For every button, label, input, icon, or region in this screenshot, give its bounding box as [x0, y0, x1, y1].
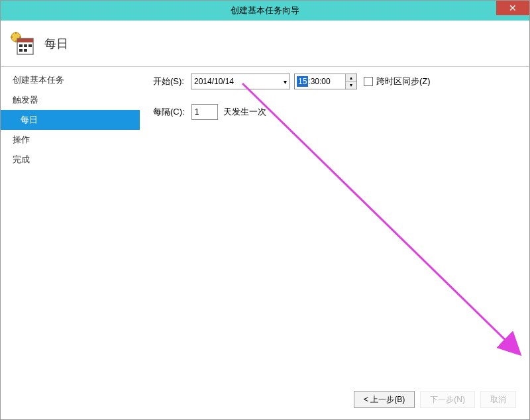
close-icon: ✕	[509, 3, 517, 13]
interval-unit: 天发生一次	[223, 106, 266, 118]
interval-row: 每隔(C): 1 天发生一次	[153, 104, 516, 120]
header-section: 每日	[1, 21, 529, 67]
content-area: 开始(S): 2014/10/14 ▾ 15 :30:00 ▲ ▼ 跨时区同步(…	[140, 67, 529, 380]
spinner-down-icon[interactable]: ▼	[346, 82, 356, 89]
svg-rect-3	[11, 36, 13, 38]
page-title: 每日	[44, 36, 68, 52]
next-button[interactable]: 下一步(N)	[420, 391, 475, 408]
sidebar-item-trigger[interactable]: 触发器	[1, 90, 140, 110]
svg-rect-8	[24, 44, 27, 47]
svg-rect-10	[19, 49, 23, 52]
interval-value: 1	[195, 107, 199, 117]
sidebar-item-create-task[interactable]: 创建基本任务	[1, 70, 140, 90]
svg-rect-7	[19, 44, 23, 47]
interval-label: 每隔(C):	[153, 106, 185, 118]
svg-rect-9	[28, 44, 32, 47]
back-button[interactable]: < 上一步(B)	[354, 391, 415, 408]
cancel-button[interactable]: 取消	[480, 391, 516, 408]
time-spinner: ▲ ▼	[345, 74, 356, 89]
spinner-up-icon[interactable]: ▲	[346, 74, 356, 82]
window-title: 创建基本任务向导	[231, 5, 299, 17]
start-row: 开始(S): 2014/10/14 ▾ 15 :30:00 ▲ ▼ 跨时区同步(…	[153, 74, 516, 89]
next-button-label: 下一步(N)	[430, 394, 465, 405]
chevron-down-icon: ▾	[284, 78, 287, 85]
svg-rect-6	[17, 38, 33, 42]
svg-rect-1	[15, 32, 17, 34]
calendar-icon	[11, 32, 34, 56]
svg-line-13	[242, 83, 517, 352]
close-button[interactable]: ✕	[496, 1, 529, 15]
sidebar-item-daily[interactable]: 每日	[1, 110, 140, 130]
footer: < 上一步(B) 下一步(N) 取消	[1, 380, 529, 419]
titlebar: 创建基本任务向导 ✕	[1, 1, 529, 21]
svg-rect-11	[24, 49, 27, 52]
time-input[interactable]: 15 :30:00 ▲ ▼	[294, 74, 357, 89]
sidebar-item-finish[interactable]: 完成	[1, 150, 140, 170]
svg-rect-2	[15, 40, 17, 42]
arrow-annotation-icon	[239, 80, 530, 365]
date-value: 2014/10/14	[194, 77, 234, 86]
back-button-label: < 上一步(B)	[364, 394, 405, 405]
interval-input[interactable]: 1	[191, 104, 218, 120]
date-input[interactable]: 2014/10/14 ▾	[191, 74, 290, 89]
sidebar: 创建基本任务 触发器 每日 操作 完成	[1, 67, 140, 380]
sync-checkbox[interactable]	[364, 77, 373, 86]
time-hour-selected: 15	[297, 76, 308, 87]
time-rest: :30:00	[308, 77, 345, 86]
sync-label: 跨时区同步(Z)	[376, 76, 431, 87]
svg-rect-4	[19, 36, 21, 38]
cancel-button-label: 取消	[490, 394, 506, 405]
start-label: 开始(S):	[153, 76, 184, 87]
sidebar-item-action[interactable]: 操作	[1, 130, 140, 150]
body-section: 创建基本任务 触发器 每日 操作 完成 开始(S): 2014/10/14 ▾ …	[1, 67, 529, 380]
wizard-window: 创建基本任务向导 ✕ 每日	[0, 0, 530, 420]
